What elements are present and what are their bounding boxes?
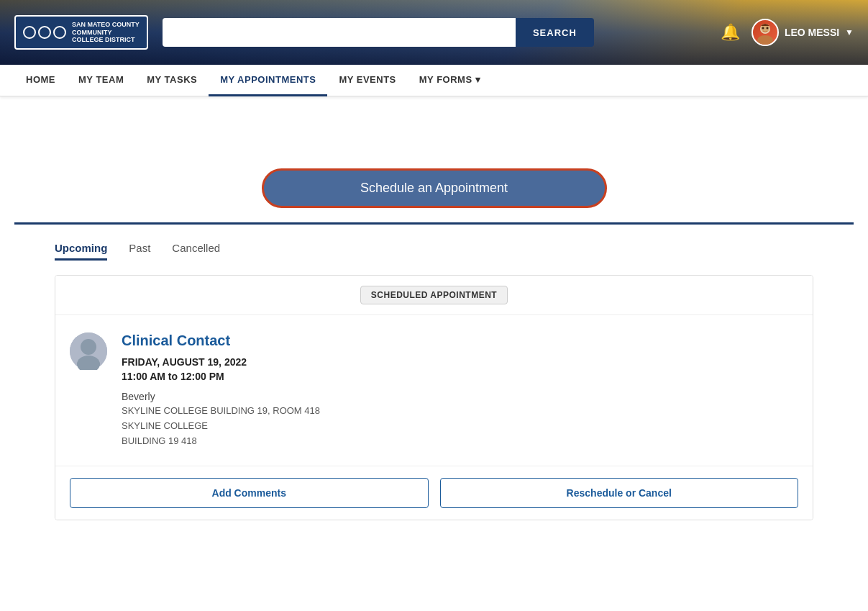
nav-bar: HOME MY TEAM MY TASKS MY APPOINTMENTS MY… <box>0 65 868 96</box>
bell-icon-wrap[interactable]: 🔔 <box>721 23 740 42</box>
logo-circle-3 <box>53 26 66 39</box>
svg-point-4 <box>766 27 768 30</box>
svg-point-6 <box>81 339 96 355</box>
user-area[interactable]: LEO MESSI ▼ <box>751 19 854 46</box>
appointment-title: Clinical Contact <box>122 332 798 349</box>
logo-area: SAN MATEO COUNTY COMMUNITY COLLEGE DISTR… <box>14 15 148 50</box>
nav-item-my-appointments[interactable]: MY APPOINTMENTS <box>209 65 327 96</box>
nav-forms-text: MY FORMS <box>419 74 472 85</box>
header-banner: SAN MATEO COUNTY COMMUNITY COLLEGE DISTR… <box>0 0 868 65</box>
chevron-down-icon: ▼ <box>845 27 854 37</box>
reschedule-cancel-button[interactable]: Reschedule or Cancel <box>440 478 799 508</box>
provider-avatar-svg <box>70 332 107 370</box>
schedule-btn-wrap: Schedule an Appointment <box>14 168 854 208</box>
svg-point-1 <box>757 35 773 45</box>
svg-point-3 <box>762 27 764 30</box>
nav-item-my-tasks[interactable]: MY TASKS <box>135 65 209 96</box>
logo-box: SAN MATEO COUNTY COMMUNITY COLLEGE DISTR… <box>14 15 148 50</box>
location-line3: BUILDING 19 418 <box>122 434 798 449</box>
main-content: Schedule an Appointment Upcoming Past Ca… <box>0 96 868 549</box>
tabs-row: Upcoming Past Cancelled <box>55 242 854 261</box>
appointment-badge: SCHEDULED APPOINTMENT <box>360 286 508 304</box>
add-comments-button[interactable]: Add Comments <box>70 478 429 508</box>
appointment-date: FRIDAY, AUGUST 19, 2022 <box>122 356 798 368</box>
appointment-details: Clinical Contact FRIDAY, AUGUST 19, 2022… <box>122 332 798 448</box>
appointment-header: SCHEDULED APPOINTMENT <box>55 276 813 315</box>
nav-item-my-forms[interactable]: MY FORMS ▾ <box>408 65 492 96</box>
header-actions: 🔔 LEO MESSI ▼ <box>721 19 854 46</box>
tab-past[interactable]: Past <box>129 242 150 261</box>
avatar <box>751 19 779 46</box>
nav-item-my-team[interactable]: MY TEAM <box>67 65 135 96</box>
location-line1: SKYLINE COLLEGE BUILDING 19, ROOM 418 <box>122 404 798 419</box>
search-button[interactable]: SEARCH <box>516 18 594 47</box>
appointment-location: SKYLINE COLLEGE BUILDING 19, ROOM 418 SK… <box>122 404 798 448</box>
user-name: LEO MESSI <box>785 27 839 38</box>
appointment-body: Clinical Contact FRIDAY, AUGUST 19, 2022… <box>55 315 813 466</box>
blue-divider <box>14 222 854 225</box>
appointment-actions: Add Comments Reschedule or Cancel <box>55 466 813 520</box>
nav-item-my-forms-label: MY FORMS ▾ <box>419 74 480 85</box>
appointment-avatar <box>70 332 107 370</box>
bell-icon: 🔔 <box>721 23 740 41</box>
appointment-provider: Beverly <box>122 391 798 402</box>
nav-forms-chevron-icon: ▾ <box>475 74 481 85</box>
schedule-appointment-button[interactable]: Schedule an Appointment <box>262 168 607 208</box>
nav-item-my-events[interactable]: MY EVENTS <box>327 65 407 96</box>
logo-circle-2 <box>38 26 51 39</box>
location-line2: SKYLINE COLLEGE <box>122 419 798 434</box>
appointment-card: SCHEDULED APPOINTMENT Clinical Contact F… <box>55 275 813 520</box>
logo-circles <box>23 26 66 39</box>
logo-text: SAN MATEO COUNTY COMMUNITY COLLEGE DISTR… <box>72 21 140 44</box>
logo-circle-1 <box>23 26 36 39</box>
nav-item-home[interactable]: HOME <box>14 65 67 96</box>
tab-upcoming[interactable]: Upcoming <box>55 242 107 261</box>
search-area: SEARCH <box>163 18 594 47</box>
appointment-time: 11:00 AM to 12:00 PM <box>122 371 798 382</box>
search-input[interactable] <box>163 18 516 47</box>
tab-cancelled[interactable]: Cancelled <box>172 242 220 261</box>
user-avatar-svg <box>753 20 777 45</box>
